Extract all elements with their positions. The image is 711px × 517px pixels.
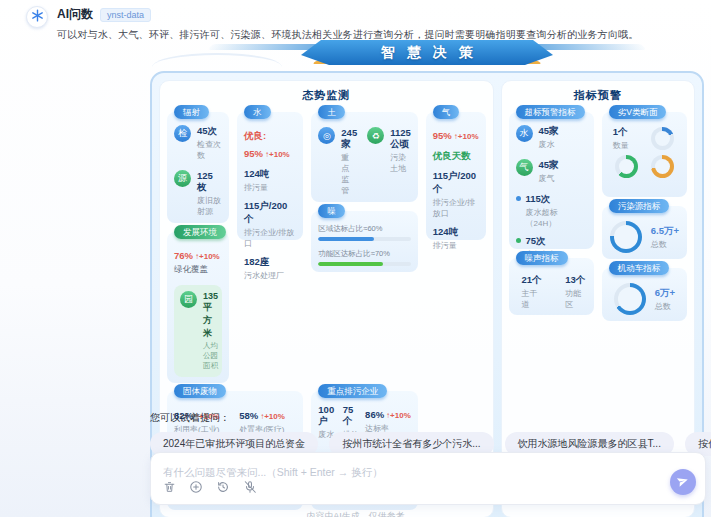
stat-value: 124吨 <box>433 226 479 239</box>
panel-title-situation: 态势监测 <box>167 88 486 103</box>
air-quality: 95% <box>433 130 452 141</box>
ai-disclaimer: 内容由AI生成，仅供参考 <box>0 510 711 517</box>
noise-bar-fill <box>318 262 383 266</box>
stat-value: 75次 <box>526 235 587 248</box>
supervision-icon: ◎ <box>318 127 335 144</box>
stat-label: 数量 <box>613 140 629 151</box>
air-badge: 气 <box>433 105 460 119</box>
gauge-source-total <box>610 221 642 253</box>
bullet-dot <box>516 238 521 243</box>
send-plane-icon <box>677 475 689 490</box>
composer <box>150 452 706 505</box>
column-radiation-eco: 辐射 检 45次检查次数 源 125枚废旧放射源 发展环境 <box>167 112 229 383</box>
key-polluters-badge: 重点排污企业 <box>318 384 387 398</box>
stat-value: 182座 <box>244 256 296 269</box>
add-button[interactable] <box>189 480 203 497</box>
column-soil-noise: 土 ◎ 245家重点监管 ♻ 1125公顷污染土地 <box>311 112 417 240</box>
chat-input[interactable] <box>163 466 583 478</box>
card-noise-monitor: 噪 区域达标占比≈60% 功能区达标占比≈70% <box>311 211 417 272</box>
stat-value: 125枚 <box>197 170 222 194</box>
eco-quality-delta: ↑+10% <box>195 252 220 261</box>
dataset-tag: ynst-data <box>100 8 151 22</box>
noise-bar-label: 区域达标占比≈60% <box>318 224 410 234</box>
suggestions-label: 您可以试着提问： <box>150 411 706 425</box>
stat-label: 检查次数 <box>197 139 222 161</box>
stat-label: 人均公园面积 <box>203 341 218 371</box>
stat-label: 排污量 <box>244 182 296 193</box>
park-icon: 园 <box>180 291 197 308</box>
inferior-water-badge: 劣V类断面 <box>609 105 667 119</box>
card-radiation: 辐射 检 45次检查次数 源 125枚废旧放射源 <box>167 112 229 223</box>
stat-value: 45家 <box>539 159 559 172</box>
card-soil: 土 ◎ 245家重点监管 ♻ 1125公顷污染土地 <box>311 112 417 202</box>
stat-value: 6万+ <box>655 287 675 300</box>
dashboard-title: 智慧决策 <box>369 44 485 62</box>
bullet-dot <box>516 196 521 201</box>
eco-park-stat: 园 135平方米 人均公园面积 <box>174 285 222 377</box>
stat-value: 6.5万+ <box>651 225 679 238</box>
assistant-message-header: AI问数 ynst-data 可以对与水、大气、环评、排污许可、污染源、环境执法… <box>26 6 704 42</box>
stat-value: 1125公顷 <box>390 127 411 151</box>
noise-badge: 噪 <box>318 204 345 218</box>
history-icon <box>216 480 230 497</box>
stat-label: 排污量 <box>433 240 479 251</box>
solid-waste-badge: 固体废物 <box>174 384 226 398</box>
stat-label: 废水 <box>539 139 559 150</box>
stat-label: 污染土地 <box>390 152 411 174</box>
water-badge: 水 <box>244 105 271 119</box>
air-quality-delta: ↑+10% <box>454 132 479 141</box>
clear-button[interactable] <box>163 480 176 497</box>
card-emission-warning: 超标预警指标 水 45家废水 气 45家废气 115次废 <box>509 112 594 249</box>
polluted-land-icon: ♻ <box>367 127 384 144</box>
card-water: 水 优良: 95%↑+10% 124吨排污量 115户/200个排污企业/排放口… <box>237 112 303 240</box>
eco-quality-label: 绿化覆盖 <box>174 264 222 276</box>
mic-off-icon <box>243 480 257 497</box>
history-button[interactable] <box>216 480 230 497</box>
stat-label: 总数 <box>651 239 679 250</box>
gauge-green <box>615 155 638 178</box>
panel-title-warning: 指标预警 <box>509 88 688 103</box>
radiation-badge: 辐射 <box>174 105 209 119</box>
stat-value: 115户/200个 <box>244 200 296 226</box>
card-pollution-source: 污染源指标 6.5万+总数 <box>602 206 687 259</box>
stat-label: 废水超标（24H） <box>526 207 587 229</box>
trash-icon <box>163 480 176 497</box>
stat-label: 污水处理厂 <box>244 270 296 281</box>
send-button[interactable] <box>670 469 696 495</box>
stat-label: 废旧放射源 <box>197 195 222 217</box>
snowflake-icon <box>31 8 44 26</box>
dashboard-banner: 智慧决策 <box>150 40 704 70</box>
emission-warning-badge: 超标预警指标 <box>516 105 585 119</box>
water-quality: 优良: 95% <box>244 130 266 159</box>
wastewater-icon: 水 <box>516 125 533 142</box>
stat-value: 21个 <box>522 274 544 287</box>
card-noise-indicator: 噪声指标 21个主干道 13个功能区 <box>509 258 594 315</box>
card-inferior-water: 劣V类断面 1个数量 <box>602 112 687 197</box>
stat-value: 45家 <box>539 125 559 138</box>
stat-label: 功能区 <box>565 288 587 310</box>
app-name: AI问数 <box>57 6 93 23</box>
voice-mute-button[interactable] <box>243 480 257 497</box>
stat-label: 总数 <box>655 301 675 312</box>
noise-bar-label: 功能区达标占比≈70% <box>318 249 410 259</box>
eco-quality: 76% <box>174 250 193 261</box>
stat-value: 124吨 <box>244 168 296 181</box>
stat-label: 排污企业/排放口 <box>433 197 479 219</box>
stat-value: 115户/200个 <box>433 170 479 196</box>
gauge-orange <box>651 155 674 178</box>
noise-bar-fill <box>318 237 373 241</box>
waste-gas-icon: 气 <box>516 159 533 176</box>
vehicle-indicator-badge: 机动车指标 <box>609 261 670 275</box>
stat-value: 1个 <box>613 126 629 139</box>
card-vehicle-indicator: 机动车指标 6万+总数 <box>602 268 687 321</box>
soil-badge: 土 <box>318 105 345 119</box>
water-quality-delta: ↑+10% <box>265 150 290 159</box>
pollution-source-badge: 污染源指标 <box>609 199 670 213</box>
stat-label: 废气 <box>539 173 559 184</box>
stat-value: 135平方米 <box>203 291 218 340</box>
stat-label: 主干道 <box>522 288 544 310</box>
gauge-vehicle-total <box>614 283 646 315</box>
suggestions-section: 您可以试着提问： 2024年已审批环评项目的总资金 按州市统计全省有多少个污水.… <box>150 411 706 456</box>
air-quality-label: 优良天数 <box>433 150 471 161</box>
card-eco-environment: 发展环境 76%↑+10% 绿化覆盖 园 135平方米 人均公园面积 <box>167 232 229 383</box>
